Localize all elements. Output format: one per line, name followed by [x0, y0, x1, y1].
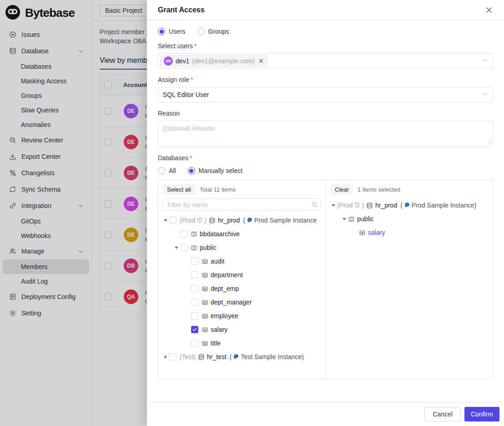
node-name: salary — [211, 326, 227, 333]
reason-label: Reason — [158, 110, 493, 117]
modal-body: Users Groups Select users* DE dev1 (dev1… — [147, 20, 504, 402]
clear-button[interactable]: Clear — [331, 184, 353, 195]
tree-node-audit[interactable]: audit — [158, 254, 326, 268]
select-users-label: Select users* — [158, 42, 493, 50]
checkbox[interactable] — [191, 258, 198, 265]
cancel-button[interactable]: Cancel — [424, 407, 461, 421]
picker-source-panel: Select all Total 11 items (Prod)hr_prod(… — [158, 180, 326, 379]
checkbox[interactable] — [191, 312, 198, 320]
tree-node-employee[interactable]: employee — [158, 309, 326, 323]
checkbox[interactable] — [180, 244, 187, 251]
checkbox[interactable] — [169, 353, 176, 360]
postgres-icon — [404, 202, 410, 208]
tree-node-hr-test[interactable]: (Test)hr_test(Test Sample Instance) — [158, 350, 326, 364]
tree-node-dept-emp[interactable]: dept_emp — [158, 282, 326, 295]
tree-node-department[interactable]: department — [158, 268, 326, 282]
user-tag-email: (dev1@example.com) — [192, 57, 254, 65]
radio-all-databases[interactable]: All — [158, 167, 176, 174]
caret-down-icon[interactable] — [330, 204, 337, 207]
confirm-button[interactable]: Confirm — [464, 407, 499, 421]
postgres-icon — [247, 217, 253, 223]
assign-role-select[interactable]: SQL Editor User — [158, 87, 493, 102]
checkbox[interactable] — [191, 285, 198, 292]
node-name: employee — [211, 312, 238, 320]
search-icon — [312, 202, 318, 208]
checkbox[interactable] — [169, 217, 176, 224]
tree-node-salary[interactable]: salary — [158, 323, 326, 336]
checkbox[interactable] — [180, 230, 187, 238]
caret-right-icon[interactable] — [162, 355, 169, 359]
tree-node-public[interactable]: public — [158, 241, 326, 254]
shield-alert-icon — [197, 217, 203, 223]
instance-label: (Test Sample Instance) — [230, 353, 304, 360]
checkbox[interactable] — [191, 326, 198, 333]
radio-all-control[interactable] — [158, 167, 165, 174]
postgres-icon — [233, 354, 239, 360]
schema-icon — [191, 231, 197, 238]
table-icon — [202, 340, 208, 347]
database-tree: (Prod)hr_prod(Prod Sample Instancebbdata… — [158, 213, 326, 379]
select-all-button[interactable]: Select all — [163, 184, 195, 195]
picker-selected-panel: Clear 1 items selected (Prod)hr_prod(Pro… — [326, 180, 493, 379]
caret-down-icon[interactable] — [341, 218, 348, 220]
required-asterisk: * — [190, 154, 192, 162]
chevron-down-icon — [482, 57, 489, 65]
database-picker: Select all Total 11 items (Prod)hr_prod(… — [158, 180, 493, 380]
tree-node-hr-prod[interactable]: (Prod)hr_prod(Prod Sample Instance) — [326, 198, 493, 212]
databases-label: Databases* — [158, 154, 493, 162]
tree-node-public[interactable]: public — [326, 212, 493, 226]
reason-textarea[interactable] — [158, 121, 493, 147]
instance-label: (Prod Sample Instance) — [400, 202, 476, 209]
node-name: dept_emp — [211, 285, 239, 292]
assign-role-label: Assign role* — [158, 76, 493, 83]
required-asterisk: * — [194, 42, 197, 50]
radio-manually-select[interactable]: Manually select — [188, 167, 243, 174]
modal-header: Grant Access — [147, 0, 504, 20]
radio-manual-label: Manually select — [199, 167, 243, 174]
radio-groups[interactable]: Groups — [197, 28, 229, 35]
tree-node-bbdataarchive[interactable]: bbdataarchive — [158, 227, 326, 241]
caret-down-icon[interactable] — [173, 247, 180, 249]
member-type-radios: Users Groups — [158, 28, 493, 35]
tree-node-dept-manager[interactable]: dept_manager — [158, 295, 326, 309]
schema-icon — [191, 244, 197, 251]
node-name: title — [211, 340, 221, 347]
table-icon — [202, 299, 208, 306]
table-icon — [202, 326, 208, 333]
checkbox[interactable] — [191, 271, 198, 279]
environment-label: (Prod) — [337, 202, 364, 209]
caret-down-icon[interactable] — [162, 219, 169, 222]
filter-by-name-input[interactable] — [163, 198, 321, 211]
modal-title: Grant Access — [158, 6, 205, 14]
tree-node-title[interactable]: title — [158, 336, 326, 350]
table-icon — [202, 313, 208, 320]
radio-users[interactable]: Users — [158, 28, 186, 35]
db-node-icon — [209, 217, 216, 224]
reason-field-wrap — [158, 121, 493, 147]
environment-label: (Prod) — [180, 217, 207, 224]
picker-selected-header: Clear 1 items selected — [326, 180, 493, 198]
node-name: public — [200, 244, 217, 251]
avatar: DE — [164, 56, 173, 66]
table-icon — [202, 285, 208, 292]
total-items-label: Total 11 items — [200, 186, 236, 193]
node-name: public — [357, 215, 374, 223]
databases-scope-radios: All Manually select — [158, 167, 493, 174]
radio-groups-control[interactable] — [197, 28, 205, 35]
radio-manual-control[interactable] — [188, 167, 195, 174]
node-name: salary — [368, 229, 385, 236]
radio-users-control[interactable] — [158, 28, 165, 35]
checkbox[interactable] — [191, 299, 198, 306]
modal-footer: Cancel Confirm — [147, 402, 504, 426]
close-icon[interactable] — [485, 6, 493, 14]
instance-label: (Prod Sample Instance — [243, 217, 317, 224]
remove-user-tag-icon[interactable] — [258, 58, 264, 64]
tree-node-hr-prod[interactable]: (Prod)hr_prod(Prod Sample Instance — [158, 213, 326, 227]
radio-all-label: All — [169, 167, 176, 174]
tree-node-salary[interactable]: salary — [326, 226, 493, 239]
select-users-input[interactable]: DE dev1 (dev1@example.com) — [158, 53, 493, 69]
checkbox[interactable] — [191, 340, 198, 347]
node-name: bbdataarchive — [200, 230, 240, 238]
node-name: hr_prod — [218, 217, 240, 224]
chevron-down-icon — [482, 91, 489, 99]
